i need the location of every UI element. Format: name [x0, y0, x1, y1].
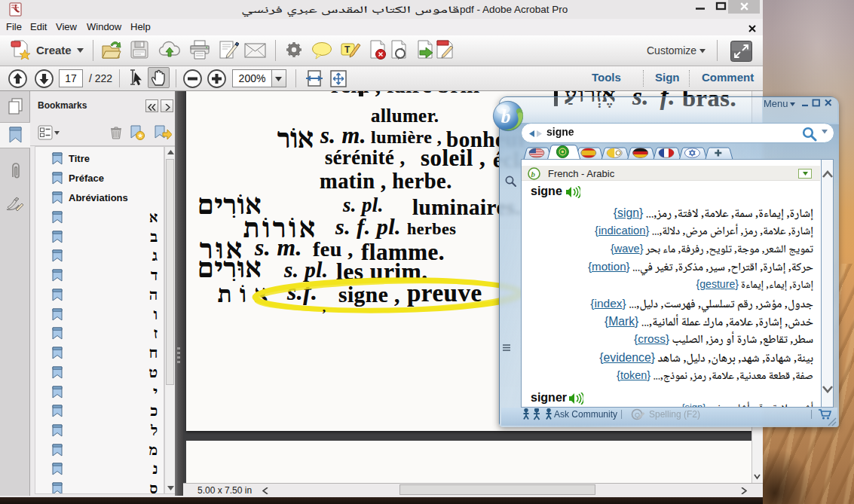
svg-text:T: T	[344, 44, 350, 55]
svg-text:b: b	[531, 170, 536, 179]
svg-text:b: b	[501, 105, 511, 127]
